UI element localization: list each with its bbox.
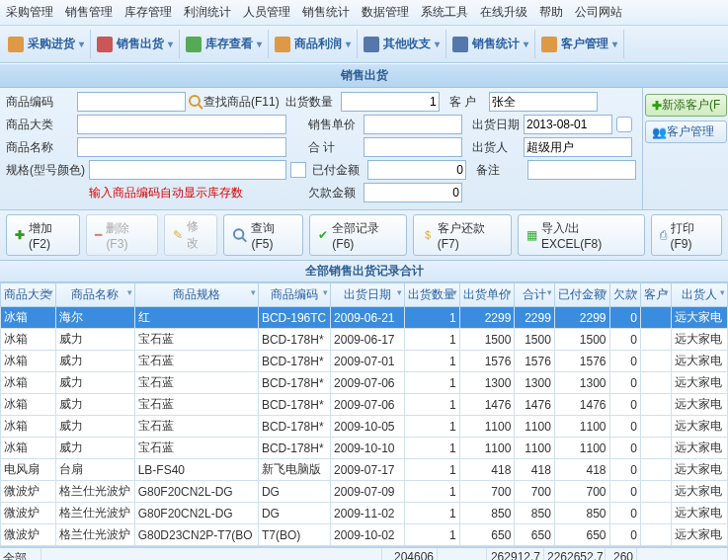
spec-input[interactable] <box>89 160 286 180</box>
menu-item[interactable]: 库存管理 <box>124 5 172 19</box>
chevron-down-icon[interactable]: ▾ <box>664 287 669 297</box>
toolbar-box-out[interactable]: 销售出货▾ <box>91 30 180 58</box>
col-header[interactable]: 出货日期▾ <box>331 283 405 307</box>
col-header[interactable]: 欠款▾ <box>609 283 640 307</box>
cat-input[interactable] <box>77 115 286 134</box>
toolbar-ledger[interactable]: 其他收支▾ <box>358 30 446 58</box>
print-button[interactable]: ⎙打印(F9) <box>651 214 723 256</box>
menu-item[interactable]: 数据管理 <box>362 5 409 19</box>
cell: 418 <box>515 459 554 481</box>
price-input[interactable] <box>364 115 462 134</box>
cell: 台扇 <box>55 459 134 481</box>
table-row[interactable]: 电风扇台扇LB-FS40新飞电脑版2009-07-1714184184180远大… <box>1 459 728 481</box>
query-button[interactable]: 查询(F5) <box>223 214 303 256</box>
col-header[interactable]: 出货数量▾ <box>405 283 460 307</box>
menu-item[interactable]: 系统工具 <box>421 5 468 19</box>
menu-item[interactable]: 人员管理 <box>243 5 290 19</box>
cell: 宝石蓝 <box>134 351 258 372</box>
col-header[interactable]: 合计▾ <box>515 283 554 307</box>
toolbar-chart[interactable]: 销售统计▾ <box>446 30 535 58</box>
excel-button[interactable]: ▦导入/出EXCEL(F8) <box>518 214 645 256</box>
table-row[interactable]: 微波炉格兰仕光波炉G80D23CN2P-T7(BOT7(BO)2009-10-0… <box>1 524 728 546</box>
col-header[interactable]: 出货单价▾ <box>459 283 515 307</box>
chevron-down-icon: ▾ <box>257 39 262 49</box>
toolbar-cart[interactable]: 采购进货▾ <box>2 30 91 58</box>
date-checkbox[interactable] <box>616 117 632 132</box>
cell: BCD-178H* <box>258 329 330 351</box>
chevron-down-icon[interactable]: ▾ <box>251 287 256 297</box>
table-row[interactable]: 冰箱威力宝石蓝BCD-178H*2009-07-0611476147614760… <box>1 394 728 416</box>
grid: 商品大类▾商品名称▾商品规格▾商品编码▾出货日期▾出货数量▾出货单价▾合计▾已付… <box>0 282 728 547</box>
table-row[interactable]: 冰箱海尔红BCD-196TC2009-06-2112299229922990远大… <box>1 307 728 329</box>
cell: 2009-10-05 <box>331 416 405 438</box>
repay-button[interactable]: ＄客户还款(F7) <box>413 214 512 256</box>
total-label: 合 计 <box>308 139 364 156</box>
edit-button[interactable]: ✎修改 <box>164 214 217 256</box>
qty-input[interactable] <box>341 92 440 112</box>
toolbar-stock[interactable]: 库存查看▾ <box>180 30 269 58</box>
cell: 700 <box>515 481 554 503</box>
delete-button[interactable]: ━删除(F3) <box>86 214 158 256</box>
table-row[interactable]: 冰箱威力宝石蓝BCD-178H*2009-06-1711500150015000… <box>1 329 728 351</box>
chevron-down-icon[interactable]: ▾ <box>323 287 328 297</box>
chevron-down-icon[interactable]: ▾ <box>720 287 725 297</box>
excel-label: 导入/出EXCEL(F8) <box>541 220 636 251</box>
toolbar-profit[interactable]: 商品利润▾ <box>269 30 358 58</box>
form-sidebar: ✚新添客户(F 👥客户管理 <box>642 88 728 210</box>
remark-input[interactable] <box>527 160 636 180</box>
chevron-down-icon[interactable]: ▾ <box>547 287 552 297</box>
shipper-input[interactable] <box>524 137 632 157</box>
menu-item[interactable]: 销售管理 <box>65 5 113 19</box>
customer-input[interactable] <box>489 92 598 112</box>
table-row[interactable]: 微波炉格兰仕光波炉G80F20CN2L-DGDG2009-11-02185085… <box>1 503 728 524</box>
col-header[interactable]: 客户▾ <box>640 283 671 307</box>
table-row[interactable]: 冰箱威力宝石蓝BCD-178H*2009-10-1011100110011000… <box>1 438 728 459</box>
table-row[interactable]: 冰箱威力宝石蓝BCD-178H*2009-07-0611300130013000… <box>1 372 728 394</box>
manage-customer-button[interactable]: 👥客户管理 <box>645 120 727 143</box>
menu-item[interactable]: 在线升级 <box>480 5 527 19</box>
chevron-down-icon[interactable]: ▾ <box>48 287 53 297</box>
total-input[interactable] <box>364 137 462 157</box>
menu-item[interactable]: 帮助 <box>539 5 563 19</box>
add-button[interactable]: ✚增加(F2) <box>6 214 80 256</box>
chevron-down-icon: ▾ <box>612 39 617 49</box>
table-row[interactable]: 冰箱威力宝石蓝BCD-178H*2009-10-0511100110011000… <box>1 416 728 438</box>
chevron-down-icon[interactable]: ▾ <box>452 287 457 297</box>
date-input[interactable] <box>524 115 612 134</box>
col-header[interactable]: 商品编码▾ <box>258 283 330 307</box>
cell: 1 <box>405 416 460 438</box>
menu-item[interactable]: 销售统计 <box>302 5 350 19</box>
paid-input[interactable] <box>367 160 466 180</box>
name-input[interactable] <box>77 137 286 157</box>
col-header[interactable]: 出货人▾ <box>672 283 728 307</box>
all-button[interactable]: ✔全部记录(F6) <box>309 214 406 256</box>
menu-item[interactable]: 公司网站 <box>575 5 622 19</box>
col-header[interactable]: 已付金额▾ <box>554 283 609 307</box>
find-product-button[interactable]: 查找商品(F11) <box>188 94 280 111</box>
owe-input[interactable] <box>364 183 462 202</box>
add-label: 增加(F2) <box>29 220 71 251</box>
new-customer-button[interactable]: ✚新添客户(F <box>645 94 727 117</box>
toolbar-label: 客户管理 <box>561 36 608 52</box>
chevron-down-icon[interactable]: ▾ <box>127 287 132 297</box>
chevron-down-icon[interactable]: ▾ <box>507 287 512 297</box>
menu-item[interactable]: 利润统计 <box>184 5 231 19</box>
menu-bar: 采购管理销售管理库存管理利润统计人员管理销售统计数据管理系统工具在线升级帮助公司… <box>0 0 728 26</box>
col-header[interactable]: 商品规格▾ <box>134 283 258 307</box>
cell: 红 <box>134 307 258 329</box>
col-header[interactable]: 商品名称▾ <box>55 283 134 307</box>
chevron-down-icon[interactable]: ▾ <box>397 287 402 297</box>
spec-checkbox[interactable] <box>290 162 306 178</box>
menu-item[interactable]: 采购管理 <box>6 5 53 19</box>
table-row[interactable]: 冰箱威力宝石蓝BCD-178H*2009-07-0111576157615760… <box>1 351 728 372</box>
cell: 威力 <box>55 394 134 416</box>
toolbar-users[interactable]: 客户管理▾ <box>535 30 624 58</box>
chevron-down-icon[interactable]: ▾ <box>603 287 607 297</box>
code-input[interactable] <box>77 92 186 112</box>
table-row[interactable]: 微波炉格兰仕光波炉G80F20CN2L-DGDG2009-07-09170070… <box>1 481 728 503</box>
col-header[interactable]: 商品大类▾ <box>1 283 56 307</box>
cell: 宝石蓝 <box>134 438 258 459</box>
new-customer-label: 新添客户(F <box>662 97 720 114</box>
toolbar-label: 采购进货 <box>28 36 75 52</box>
chevron-down-icon[interactable]: ▾ <box>633 287 638 297</box>
